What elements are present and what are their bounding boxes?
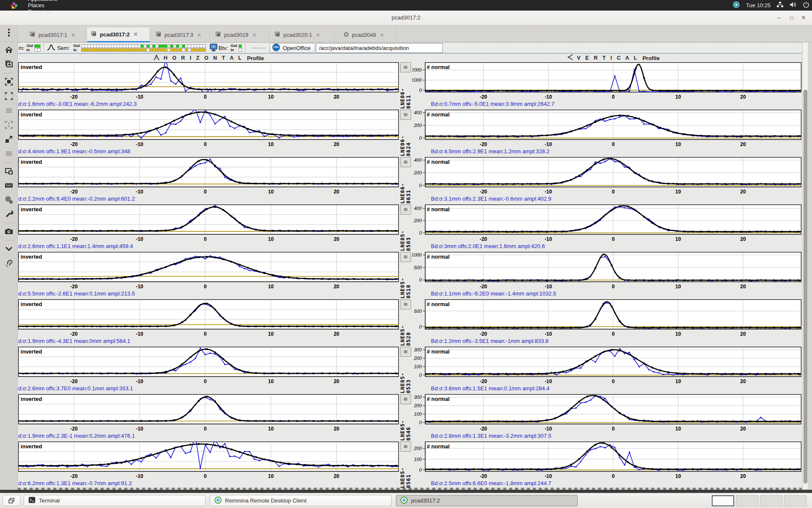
v-fit-stats: Bd:σ:3.6mm offs:1.5E1 mean:0.1mm ampl:28… [431, 385, 549, 392]
v-profile-plot-LNE05-0520: -20-10010200500# normal [412, 299, 801, 338]
workspace-3[interactable] [760, 495, 782, 506]
tab-pcad3017:2[interactable]: pcad3017:2✕ [87, 28, 150, 42]
maximize-button[interactable]: ▢ [787, 13, 797, 22]
svg-text:-20: -20 [480, 189, 487, 195]
monitor-icon [156, 32, 162, 38]
svg-text:200: 200 [414, 218, 422, 223]
show-desktop-button[interactable] [3, 495, 20, 506]
h-fit-stats: d:σ:2.6mm offs:1.1E1 mean:1.4mm ampl:459… [18, 243, 133, 249]
svg-text:0: 0 [419, 373, 422, 378]
collapse-icon[interactable] [0, 242, 18, 256]
disconnect-icon[interactable] [0, 256, 18, 271]
waveform-button[interactable]: ≋ [400, 204, 411, 215]
waveform-button[interactable]: ≋ [400, 157, 411, 167]
waveform-button[interactable]: ≋ [400, 252, 411, 262]
device-label: LNE05-0520 [400, 311, 411, 346]
taskbar-terminal[interactable]: Terminal [24, 495, 206, 506]
status-cell [37, 48, 41, 52]
openoffice-button[interactable]: OpenOffice [269, 43, 315, 53]
device-label: LNE05-0510 [400, 264, 411, 298]
multi-monitor-icon[interactable] [0, 164, 18, 178]
svg-text:-10: -10 [545, 473, 552, 479]
h-profile-plot-LNE06-0631: -20-1001020# inverted [18, 157, 399, 196]
tools-icon[interactable] [0, 207, 18, 221]
svg-text:200: 200 [414, 170, 422, 175]
clock[interactable]: Tue 10:25 [746, 2, 771, 8]
waveform-button[interactable]: ≋ [400, 299, 411, 309]
svg-text:100: 100 [414, 364, 422, 369]
workspace-1[interactable] [712, 495, 734, 506]
svg-text:0: 0 [419, 230, 422, 235]
remmina-tray-icon[interactable] [732, 1, 740, 10]
svg-text:20: 20 [334, 426, 340, 432]
tab-close-icon[interactable]: ✕ [252, 32, 256, 38]
network-icon[interactable] [776, 1, 784, 9]
menu-lines-2-icon[interactable] [0, 146, 18, 161]
svg-text:20: 20 [740, 331, 746, 337]
svg-text:20: 20 [334, 331, 340, 337]
menu-places[interactable]: Places [20, 2, 65, 8]
home-icon[interactable] [0, 43, 18, 57]
svg-text:10: 10 [268, 94, 274, 100]
vertical-scrollbar[interactable] [802, 42, 808, 489]
tab-pcad3017:3[interactable]: pcad3017:3✕ [152, 28, 210, 42]
window-titlebar[interactable]: pcad3017:2 – ▢ ✕ [0, 11, 812, 25]
menu-remmina[interactable]: Remmina [20, 8, 65, 15]
svg-text:-20: -20 [70, 331, 78, 337]
waveform-button[interactable]: ≋ [400, 394, 411, 404]
kebab-menu-icon[interactable] [0, 25, 18, 40]
tab-close-icon[interactable]: ✕ [71, 32, 75, 38]
taskbar-remmina-remote-desktop-client[interactable]: Remmina Remote Desktop Client [210, 495, 392, 506]
grab-keyboard-icon[interactable] [0, 118, 18, 132]
close-button[interactable]: ✕ [798, 13, 809, 22]
tab-pcad3048[interactable]: pcad3048✕ [339, 28, 396, 42]
screenshot-icon[interactable] [0, 224, 18, 239]
waveform-button[interactable]: ≋ [400, 110, 411, 120]
toolbar-divider [3, 223, 14, 223]
keyboard-icon[interactable] [0, 178, 18, 193]
svg-text:-20: -20 [480, 141, 487, 147]
menu-lines-icon[interactable] [0, 103, 18, 118]
tab-pcad3017:1[interactable]: pcad3017:1✕ [26, 28, 85, 42]
svg-text:-10: -10 [545, 378, 552, 384]
svg-text:10: 10 [268, 141, 274, 147]
fullscreen-icon[interactable] [0, 89, 18, 103]
power-icon[interactable] [803, 1, 809, 9]
svg-text:-10: -10 [136, 236, 143, 242]
svg-text:0: 0 [419, 467, 422, 472]
svg-text:-10: -10 [136, 426, 143, 432]
tab-label: pcad3017:3 [165, 32, 193, 38]
path-field[interactable]: /acc/java/data/lna/adebds/acquisition [316, 43, 443, 53]
tab-close-icon[interactable]: ✕ [316, 32, 320, 38]
workspace-2[interactable] [736, 495, 758, 506]
new-connection-icon[interactable] [0, 57, 18, 72]
sem-status-cells [82, 44, 206, 52]
svg-text:500: 500 [414, 309, 422, 314]
scrollbar-thumb[interactable] [804, 90, 807, 483]
preferences-icon[interactable] [0, 193, 18, 207]
tab-close-icon[interactable]: ✕ [197, 32, 201, 38]
scaled-mode-icon[interactable] [0, 75, 18, 89]
status-cell [203, 44, 206, 48]
btv-monitor-icon [209, 44, 218, 52]
tab-close-icon[interactable]: ✕ [380, 32, 384, 38]
waveform-button[interactable]: ≋ [400, 62, 411, 72]
device-strip-LNE05-0510: ≋LNE05-0510 [399, 252, 412, 298]
svg-text:-20: -20 [480, 426, 487, 432]
waveform-button[interactable]: ≋ [400, 442, 411, 452]
workspace-4[interactable] [784, 495, 807, 506]
volume-icon[interactable] [790, 1, 797, 9]
tab-pcad3020:1[interactable]: pcad3020:1✕ [271, 28, 334, 42]
status-cell [239, 48, 242, 52]
tab-close-icon[interactable]: ✕ [134, 31, 138, 37]
minimize-button[interactable]: – [774, 13, 784, 22]
taskbar-pcad3017-2[interactable]: pcad3017:2 [396, 495, 578, 506]
gaussian-profile-icon [47, 44, 55, 52]
tab-pcad3019[interactable]: pcad3019✕ [211, 28, 269, 42]
svg-text:10: 10 [268, 426, 274, 432]
svg-text:0: 0 [419, 88, 422, 93]
resize-window-icon[interactable] [0, 132, 18, 146]
connection-tabbar: pcad3017:1✕pcad3017:2✕pcad3017:3✕pcad301… [18, 25, 812, 42]
svg-text:10: 10 [675, 284, 681, 290]
waveform-button[interactable]: ≋ [400, 347, 411, 357]
